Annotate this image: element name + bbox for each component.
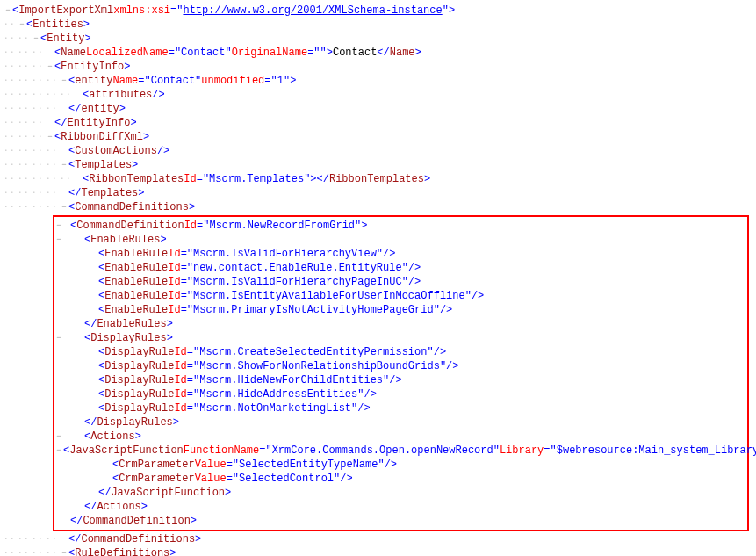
code-line: <DisplayRule Id="Mscrm.HideAddressEntiti… bbox=[54, 387, 747, 401]
code-line: ∙∙∙∙∙∙−<RibbonDiffXml> bbox=[4, 130, 752, 144]
code-line: ∙∙∙∙∙∙∙∙∙∙<attributes /> bbox=[4, 88, 752, 102]
fold-toggle-icon[interactable]: − bbox=[60, 76, 68, 85]
code-line: <CrmParameter Value="SelectedEntityTypeN… bbox=[54, 458, 747, 472]
fold-toggle-icon[interactable]: − bbox=[60, 161, 68, 170]
code-line: −<EnableRules> bbox=[54, 233, 747, 247]
code-line: ∙∙−<Entities> bbox=[4, 18, 752, 32]
fold-toggle-icon[interactable]: − bbox=[46, 62, 54, 71]
code-line: ∙∙∙∙∙∙∙∙</CommandDefinitions> bbox=[4, 532, 752, 546]
fold-toggle-icon[interactable]: − bbox=[46, 133, 54, 141]
code-line: ∙∙∙∙∙∙</EntityInfo> bbox=[4, 116, 752, 130]
code-line: −<JavaScriptFunction FunctionName="XrmCo… bbox=[54, 444, 747, 458]
xml-code-view: −<ImportExportXml xmlns:xsi="http://www.… bbox=[4, 4, 752, 556]
code-line: ∙∙∙∙∙∙∙∙−<CommandDefinitions> bbox=[4, 200, 752, 214]
fold-toggle-icon[interactable]: − bbox=[54, 432, 63, 441]
code-line: ∙∙∙∙∙∙∙∙∙∙<RibbonTemplates Id="Mscrm.Tem… bbox=[4, 172, 752, 186]
fold-toggle-icon[interactable]: − bbox=[18, 20, 26, 29]
code-line: ∙∙∙∙∙∙∙∙<CustomActions /> bbox=[4, 144, 752, 158]
code-line: ∙∙∙∙∙∙∙∙</entity> bbox=[4, 102, 752, 116]
code-line: </CommandDefinition> bbox=[54, 514, 747, 530]
code-line: ∙∙∙∙∙∙−<EntityInfo> bbox=[4, 60, 752, 74]
code-line: −<Actions> bbox=[54, 430, 747, 444]
code-line: <EnableRule Id="Mscrm.PrimaryIsNotActivi… bbox=[54, 303, 747, 317]
code-line: −<ImportExportXml xmlns:xsi="http://www.… bbox=[4, 4, 752, 18]
code-line: <EnableRule Id="new.contact.EnableRule.E… bbox=[54, 261, 747, 275]
code-line: ∙∙∙∙∙∙∙∙−<RuleDefinitions> bbox=[4, 546, 752, 556]
fold-toggle-icon[interactable]: − bbox=[60, 549, 68, 556]
code-line: ∙∙∙∙∙∙∙∙</Templates> bbox=[4, 186, 752, 200]
code-line: <DisplayRule Id="Mscrm.HideNewForChildEn… bbox=[54, 373, 747, 387]
code-line: </JavaScriptFunction> bbox=[54, 486, 747, 500]
code-line: </DisplayRules> bbox=[54, 415, 747, 430]
code-line: −<CommandDefinition Id="Mscrm.NewRecordF… bbox=[54, 217, 747, 233]
fold-toggle-icon[interactable]: − bbox=[54, 235, 63, 244]
fold-toggle-icon[interactable]: − bbox=[60, 203, 68, 212]
code-line: <CrmParameter Value="SelectedControl" /> bbox=[54, 472, 747, 486]
fold-toggle-icon[interactable]: − bbox=[54, 446, 63, 455]
code-line: </EnableRules> bbox=[54, 317, 747, 331]
code-line: ∙∙∙∙−<Entity> bbox=[4, 32, 752, 46]
fold-toggle-icon[interactable]: − bbox=[32, 34, 40, 43]
code-line: </Actions> bbox=[54, 500, 747, 514]
code-line: <DisplayRule Id="Mscrm.ShowForNonRelatio… bbox=[54, 359, 747, 373]
code-line: <EnableRule Id="Mscrm.IsValidForHierarch… bbox=[54, 275, 747, 289]
code-line: <DisplayRule Id="Mscrm.CreateSelectedEnt… bbox=[54, 345, 747, 359]
code-line: ∙∙∙∙∙∙∙∙−<Templates> bbox=[4, 158, 752, 172]
fold-toggle-icon[interactable]: − bbox=[4, 6, 12, 15]
code-line: ∙∙∙∙∙∙∙∙−<entity Name="Contact" unmodifi… bbox=[4, 74, 752, 88]
code-line: <DisplayRule Id="Mscrm.NotOnMarketingLis… bbox=[54, 401, 747, 415]
fold-toggle-icon[interactable]: − bbox=[54, 334, 63, 343]
code-line: <EnableRule Id="Mscrm.IsEntityAvailableF… bbox=[54, 289, 747, 303]
code-line: ∙∙∙∙∙∙<Name LocalizedName="Contact" Orig… bbox=[4, 46, 752, 60]
code-line: −<DisplayRules> bbox=[54, 331, 747, 345]
highlighted-block: −<CommandDefinition Id="Mscrm.NewRecordF… bbox=[53, 215, 749, 531]
code-line: <EnableRule Id="Mscrm.IsValidForHierarch… bbox=[54, 247, 747, 261]
fold-toggle-icon[interactable]: − bbox=[54, 221, 63, 230]
